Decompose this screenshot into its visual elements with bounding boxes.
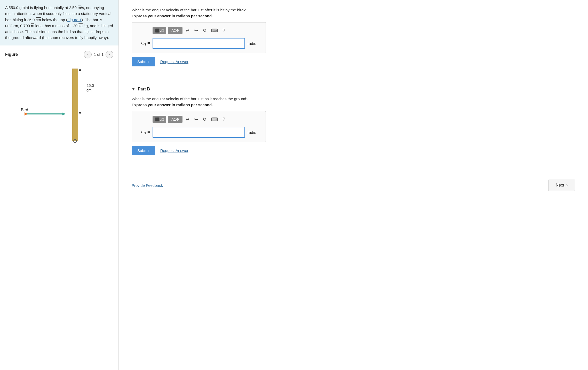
- provide-feedback-btn[interactable]: Provide Feedback: [132, 183, 163, 188]
- part-a-submit-btn[interactable]: Submit: [132, 57, 155, 66]
- part-a-undo-btn[interactable]: ↩: [184, 27, 191, 34]
- part-b-question: What is the angular velocity of the bar …: [132, 97, 575, 101]
- figure-area: Figure ‹ 1 of 1 ›: [0, 45, 118, 370]
- next-btn-label: Next: [556, 183, 564, 188]
- left-panel: A 550.0 g bird is flying horizontally at…: [0, 0, 119, 370]
- figure-header: Figure ‹ 1 of 1 ›: [5, 51, 113, 58]
- part-a-redo-btn[interactable]: ↪: [193, 27, 200, 34]
- figure-prev-btn[interactable]: ‹: [84, 51, 92, 58]
- part-a-action-row: Submit Request Answer: [132, 57, 575, 66]
- part-b-section: What is the angular velocity of the bar …: [132, 97, 575, 161]
- figure-link[interactable]: Figure 1: [67, 18, 82, 22]
- part-a-answer-input[interactable]: [153, 38, 245, 49]
- part-a-question: What is the angular velocity of the bar …: [132, 8, 575, 12]
- part-b-refresh-btn[interactable]: ↻: [201, 115, 208, 123]
- part-a-keyboard-btn[interactable]: ⌨: [210, 27, 219, 34]
- bottom-bar: Provide Feedback Next ›: [132, 174, 575, 191]
- svg-marker-5: [25, 112, 28, 115]
- part-a-answer-box: ⬛√□ ΑΣΦ ↩ ↪ ↻ ⌨ ? ω1 = rad/s: [132, 22, 266, 53]
- svg-text:cm: cm: [86, 88, 92, 92]
- part-b-symbol-btn[interactable]: ΑΣΦ: [168, 116, 182, 123]
- part-a-refresh-btn[interactable]: ↻: [201, 27, 208, 34]
- svg-marker-9: [79, 112, 81, 114]
- svg-marker-8: [79, 68, 81, 71]
- part-a-help-btn[interactable]: ?: [221, 27, 227, 34]
- figure-page: 1 of 1: [94, 52, 104, 57]
- next-chevron-icon: ›: [566, 183, 568, 188]
- svg-text:Bird: Bird: [21, 108, 28, 112]
- part-a-math-btn[interactable]: ⬛√□: [153, 27, 166, 34]
- part-b-action-row: Submit Request Answer: [132, 146, 575, 155]
- part-b-answer-box: ⬛√□ ΑΣΦ ↩ ↪ ↻ ⌨ ? ω2 = rad/s: [132, 111, 266, 142]
- part-b-unit: rad/s: [248, 130, 260, 135]
- figure-nav: ‹ 1 of 1 ›: [84, 51, 113, 58]
- part-b-help-btn[interactable]: ?: [221, 116, 227, 123]
- part-a-express: Express your answer in radians per secon…: [132, 14, 575, 18]
- figure-next-btn[interactable]: ›: [106, 51, 113, 58]
- part-b-toolbar: ⬛√□ ΑΣΦ ↩ ↪ ↻ ⌨ ?: [137, 115, 260, 123]
- next-btn[interactable]: Next ›: [548, 180, 575, 191]
- part-a-unit: rad/s: [248, 41, 260, 46]
- part-b-answer-input[interactable]: [153, 127, 245, 138]
- right-panel: What is the angular velocity of the bar …: [119, 0, 588, 370]
- part-b-label: Part B: [138, 87, 150, 91]
- part-a-symbol-btn[interactable]: ΑΣΦ: [168, 27, 182, 34]
- svg-rect-0: [72, 69, 78, 141]
- part-a-input-row: ω1 = rad/s: [137, 38, 260, 49]
- part-b-redo-btn[interactable]: ↪: [193, 115, 200, 123]
- figure-title: Figure: [5, 52, 18, 57]
- part-a-section: What is the angular velocity of the bar …: [132, 8, 575, 73]
- problem-text: A 550.0 g bird is flying horizontally at…: [0, 0, 118, 45]
- part-b-omega-label: ω2 =: [137, 129, 150, 135]
- svg-marker-4: [62, 112, 66, 115]
- part-a-omega-label: ω1 =: [137, 41, 150, 46]
- part-b-math-btn[interactable]: ⬛√□: [153, 116, 166, 123]
- part-b-submit-btn[interactable]: Submit: [132, 146, 155, 155]
- part-b-keyboard-btn[interactable]: ⌨: [210, 115, 219, 123]
- part-a-toolbar: ⬛√□ ΑΣΦ ↩ ↪ ↻ ⌨ ?: [137, 27, 260, 34]
- part-b-input-row: ω2 = rad/s: [137, 127, 260, 138]
- figure-diagram: Bird 25.0 cm: [5, 61, 113, 150]
- part-b-undo-btn[interactable]: ↩: [184, 115, 191, 123]
- part-b-header: ▼ Part B: [132, 83, 575, 97]
- part-b-collapse-arrow[interactable]: ▼: [132, 87, 135, 91]
- part-a-request-answer-btn[interactable]: Request Answer: [160, 59, 188, 64]
- part-b-express: Express your answer in radians per secon…: [132, 103, 575, 107]
- part-b-request-answer-btn[interactable]: Request Answer: [160, 148, 188, 153]
- svg-text:25.0: 25.0: [86, 83, 94, 88]
